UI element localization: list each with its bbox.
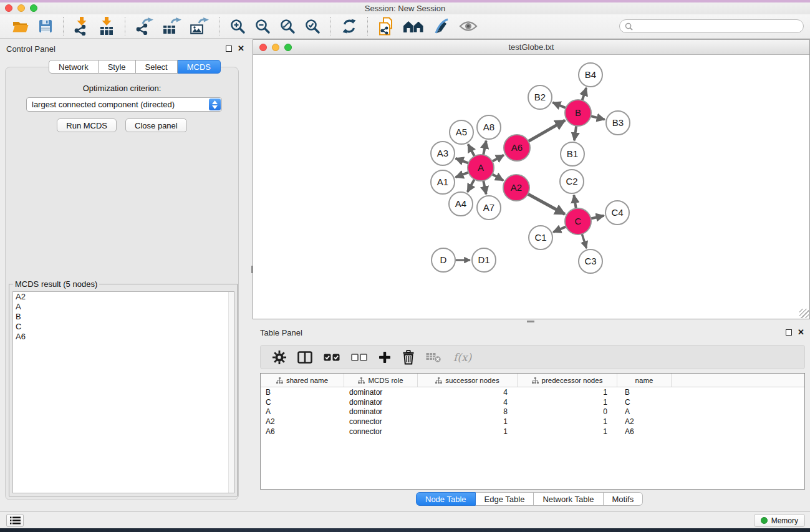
clone-network-button[interactable] (374, 16, 398, 37)
column-header-shared-name[interactable]: shared name (261, 374, 344, 387)
table-cell[interactable]: C (617, 398, 672, 407)
table-cell[interactable]: 1 (518, 427, 617, 436)
function-builder-button[interactable]: f(x) (447, 347, 481, 368)
result-item[interactable]: A2 (13, 292, 234, 302)
close-panel-icon[interactable]: ✕ (238, 46, 244, 52)
table-cell[interactable]: 1 (418, 417, 518, 426)
table-cell[interactable]: C (261, 398, 344, 407)
table-cell[interactable]: 4 (418, 398, 518, 407)
table-cell[interactable]: 8 (418, 407, 518, 416)
table-cell[interactable]: 1 (518, 417, 617, 426)
mcds-result-list[interactable]: A2ABCA6 (12, 291, 234, 493)
graph-edge-A-A5[interactable] (468, 144, 475, 156)
tab-node-table[interactable]: Node Table (416, 492, 476, 506)
table-cell[interactable]: connector (344, 427, 418, 436)
export-table-button[interactable] (158, 16, 186, 37)
network-minimize-button[interactable] (272, 44, 279, 51)
run-mcds-button[interactable]: Run MCDS (57, 118, 117, 132)
home-button[interactable] (398, 16, 428, 37)
import-table-button[interactable] (94, 16, 119, 37)
float-table-panel-icon[interactable] (786, 329, 792, 336)
result-item[interactable]: A6 (13, 332, 234, 342)
table-row[interactable]: Cdominator41C (261, 397, 804, 407)
horizontal-splitter-handle[interactable] (527, 321, 534, 322)
graph-edge-B-B4[interactable] (582, 88, 587, 100)
refresh-view-button[interactable] (337, 16, 362, 37)
result-list-scrollbar[interactable] (228, 292, 234, 493)
table-cell[interactable]: B (617, 388, 672, 397)
table-cell[interactable]: dominator (344, 388, 418, 397)
import-network-button[interactable] (69, 16, 94, 37)
hide-annotations-button[interactable] (428, 16, 455, 37)
table-cell[interactable]: A6 (261, 427, 344, 436)
table-row[interactable]: Adominator80A (261, 407, 804, 417)
save-session-button[interactable] (34, 16, 57, 37)
zoom-in-button[interactable] (225, 16, 250, 37)
open-session-button[interactable] (7, 16, 34, 37)
split-panel-button[interactable] (292, 347, 318, 368)
table-cell[interactable]: B (261, 388, 344, 397)
tab-mcds[interactable]: MCDS (178, 60, 221, 74)
table-row[interactable]: A6connector11A6 (261, 427, 804, 437)
tab-select[interactable]: Select (136, 60, 178, 74)
table-cell[interactable]: A (617, 407, 672, 416)
table-cell[interactable]: connector (344, 417, 418, 426)
table-settings-button[interactable] (267, 347, 292, 368)
memory-button[interactable]: Memory (754, 514, 805, 527)
table-cell[interactable]: 1 (518, 398, 617, 407)
table-cell[interactable]: 4 (418, 388, 518, 397)
delete-table-button[interactable] (420, 347, 447, 368)
graph-edge-B-B3[interactable] (591, 116, 604, 120)
network-close-button[interactable] (259, 44, 267, 51)
zoom-out-button[interactable] (250, 16, 275, 37)
table-cell[interactable]: dominator (344, 398, 418, 407)
table-cell[interactable]: 1 (518, 388, 617, 397)
export-image-button[interactable] (186, 16, 213, 37)
table-cell[interactable]: A6 (617, 427, 672, 436)
column-header-name[interactable]: name (617, 374, 672, 387)
result-item[interactable]: A (13, 302, 234, 312)
graph-edge-C-C2[interactable] (574, 195, 576, 209)
add-column-button[interactable] (373, 347, 397, 368)
graph-edge-A-A7[interactable] (483, 181, 486, 195)
graph-edge-C-C4[interactable] (591, 216, 604, 219)
table-cell[interactable]: A2 (261, 417, 344, 426)
close-window-button[interactable] (5, 4, 12, 12)
node-table[interactable]: shared nameMCDS rolesuccessor nodesprede… (260, 373, 805, 490)
select-all-button[interactable] (318, 347, 345, 368)
task-history-button[interactable] (6, 514, 24, 527)
float-panel-icon[interactable] (226, 46, 232, 52)
table-cell[interactable]: A (261, 407, 344, 416)
column-header-predecessor-nodes[interactable]: predecessor nodes (518, 374, 617, 387)
column-header-MCDS-role[interactable]: MCDS role (344, 374, 418, 387)
table-row[interactable]: Bdominator41B (261, 387, 804, 397)
network-zoom-button[interactable] (284, 44, 292, 51)
graph-edge-C-C1[interactable] (553, 226, 566, 232)
tab-network[interactable]: Network (49, 60, 99, 74)
zoom-window-button[interactable] (30, 4, 37, 12)
tab-motifs[interactable]: Motifs (604, 492, 644, 506)
graph-edge-B-B1[interactable] (574, 126, 576, 140)
graph-edge-A-A4[interactable] (468, 179, 475, 191)
graph-edge-A6-B[interactable] (528, 120, 565, 142)
vertical-splitter-handle[interactable] (251, 266, 253, 273)
zoom-selected-button[interactable] (300, 16, 325, 37)
criterion-dropdown[interactable]: largest connected component (directed) (26, 97, 222, 112)
graph-edge-C-C3[interactable] (582, 234, 586, 248)
tab-network-table[interactable]: Network Table (534, 492, 603, 506)
close-table-panel-icon[interactable]: ✕ (798, 329, 804, 336)
export-network-button[interactable] (131, 16, 158, 37)
deselect-all-button[interactable] (345, 347, 373, 368)
search-input[interactable] (636, 22, 798, 31)
table-row[interactable]: A2connector11A2 (261, 417, 804, 427)
zoom-fit-button[interactable] (275, 16, 300, 37)
table-cell[interactable]: 1 (418, 427, 518, 436)
table-cell[interactable]: dominator (344, 407, 418, 416)
graph-edge-A2-C[interactable] (528, 194, 564, 214)
table-cell[interactable]: 0 (518, 407, 617, 416)
graph-edge-A-A3[interactable] (456, 158, 469, 163)
tab-style[interactable]: Style (99, 60, 136, 74)
graph-edge-A-A1[interactable] (456, 172, 469, 177)
network-canvas[interactable]: B4B2BB3A8A5A6A3B1AC2A1A2A4A7C4CC1DD1C3 (253, 55, 809, 319)
delete-column-button[interactable] (397, 347, 420, 368)
